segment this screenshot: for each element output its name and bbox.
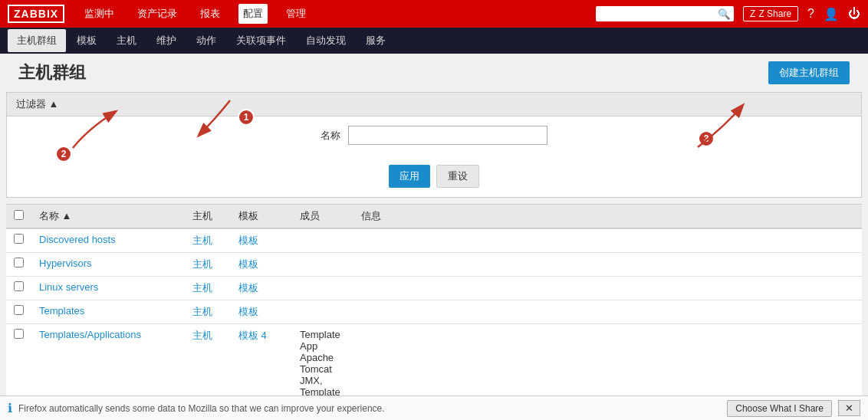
row-template-link[interactable]: 模板 [238,235,258,246]
col-template: 模板 [231,205,292,229]
row-checkbox-cell [6,277,31,300]
row-name-link[interactable]: Templates [39,305,84,317]
row-host-cell: 主机 [185,253,231,277]
row-name-link[interactable]: Hypervisors [39,258,92,269]
row-members-cell [292,277,353,300]
col-host: 主机 [185,205,231,229]
nav-host-groups[interactable]: 主机群组 [8,29,66,52]
annotation-2: 2 [55,146,72,162]
row-checkbox[interactable] [14,281,24,291]
col-info: 信息 [353,205,862,229]
row-host-link[interactable]: 主机 [192,306,212,317]
row-name-link[interactable]: Discovered hosts [39,234,116,245]
col-members: 成员 [292,205,353,229]
second-nav: 主机群组 模板 主机 维护 动作 关联项事件 自动发现 服务 [0,28,868,54]
close-bottom-bar-button[interactable]: ✕ [838,400,860,416]
row-checkbox[interactable] [14,329,24,339]
bottom-bar-text: Firefox automatically sends some data to… [18,403,721,414]
nav-actions[interactable]: 动作 [187,29,225,52]
table-body: Discovered hosts主机模板Hypervisors主机模板Linux… [6,228,862,420]
nav-services[interactable]: 服务 [357,29,395,52]
nav-maintenance[interactable]: 维护 [147,29,186,52]
table-row: Linux servers主机模板 [6,277,862,300]
table-row: Templates主机模板 [6,300,862,324]
row-info-cell [353,277,862,300]
row-template-link[interactable]: 模板 [238,306,258,317]
user-icon[interactable]: 👤 [824,7,839,21]
row-info-cell [353,300,862,324]
create-host-group-button[interactable]: 创建主机群组 [768,61,850,84]
filter-name-input[interactable] [348,126,547,145]
row-name-cell: Linux servers [31,277,185,300]
filter-header[interactable]: 过滤器 ▲ [7,93,861,116]
row-name-cell: Hypervisors [31,253,185,277]
annotation-3: 3 [698,130,715,147]
row-host-link[interactable]: 主机 [192,235,212,246]
logo: ZABBIX [8,5,64,23]
row-checkbox[interactable] [14,305,24,315]
row-name-cell: Discovered hosts [31,228,185,253]
filter-actions: 应用 重设 [389,165,479,188]
row-host-cell: 主机 [185,277,231,300]
row-members-cell [292,253,353,277]
search-input[interactable] [596,6,734,21]
table-row: Hypervisors主机模板 [6,253,862,277]
nav-item-assets[interactable]: 资产记录 [133,4,182,24]
row-checkbox[interactable] [14,258,24,267]
row-template-link[interactable]: 模板 [238,258,258,270]
row-host-link[interactable]: 主机 [192,282,212,294]
share-label: Z Share [758,8,791,19]
info-icon: ℹ [8,401,12,415]
row-name-cell: Templates [31,300,185,324]
apply-filter-button[interactable]: 应用 [389,165,430,188]
nav-item-reports[interactable]: 报表 [196,4,225,24]
search-wrap: 🔍 [596,6,734,21]
top-nav: ZABBIX 监测中 资产记录 报表 配置 管理 🔍 Z Z Share ? 👤… [0,0,868,28]
zabbix-z-icon: Z [750,8,755,19]
nav-item-admin[interactable]: 管理 [281,4,311,24]
row-name-link[interactable]: Linux servers [39,281,98,293]
select-all-header[interactable] [6,205,31,229]
col-name[interactable]: 名称 ▲ [31,205,185,229]
row-host-link[interactable]: 主机 [192,330,212,341]
table-row: Discovered hosts主机模板 [6,228,862,253]
row-host-link[interactable]: 主机 [192,258,212,270]
bottom-bar: ℹ Firefox automatically sends some data … [0,395,868,420]
row-info-cell [353,253,862,277]
row-template-cell: 模板 [231,253,292,277]
filter-row: 名称 [321,126,547,145]
main-area: 1 2 3 主机群组 创建主机群组 过滤器 ▲ 名称 应用 重 [0,54,868,420]
nav-correlation[interactable]: 关联项事件 [227,29,295,52]
nav-item-config[interactable]: 配置 [238,4,268,24]
row-template-cell: 模板 [231,300,292,324]
nav-templates[interactable]: 模板 [67,29,106,52]
row-members-cell [292,300,353,324]
power-icon[interactable]: ⏻ [848,7,860,21]
nav-discovery[interactable]: 自动发现 [297,29,355,52]
search-icon[interactable]: 🔍 [718,8,731,20]
help-icon[interactable]: ? [807,7,814,21]
table-header-row: 名称 ▲ 主机 模板 成员 信息 [6,205,862,229]
row-name-link[interactable]: Templates/Applications [39,329,141,340]
select-all-checkbox[interactable] [14,210,24,220]
nav-hosts[interactable]: 主机 [107,29,146,52]
row-template-link[interactable]: 模板 [238,282,258,294]
row-template-link[interactable]: 模板 4 [238,330,267,341]
nav-item-monitor[interactable]: 监测中 [80,4,119,24]
reset-filter-button[interactable]: 重设 [436,165,479,188]
annotation-1: 1 [238,109,255,126]
host-groups-table: 名称 ▲ 主机 模板 成员 信息 Discovered hosts主机模板Hyp… [6,204,862,420]
row-checkbox-cell [6,228,31,253]
row-checkbox-cell [6,300,31,324]
row-members-cell [292,228,353,253]
filter-name-label: 名称 [321,129,340,143]
share-button[interactable]: Z Z Share [743,6,798,21]
page-header: 主机群组 创建主机群组 [6,54,862,92]
page-title: 主机群组 [18,61,86,84]
row-template-cell: 模板 [231,277,292,300]
row-checkbox-cell [6,253,31,277]
row-checkbox[interactable] [14,234,24,244]
filter-body: 名称 应用 重设 [7,116,861,197]
row-info-cell [353,228,862,253]
choose-what-i-share-button[interactable]: Choose What I Share [727,400,832,417]
